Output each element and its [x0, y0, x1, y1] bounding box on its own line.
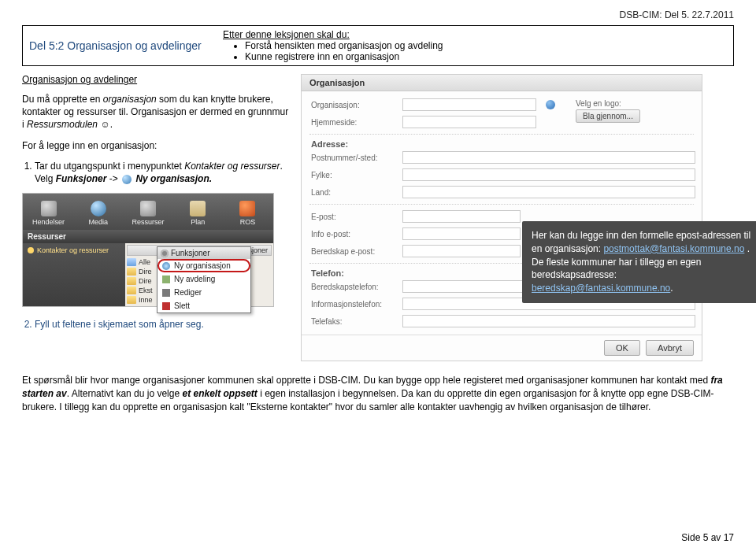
label-organisasjon: Organisasjon:: [311, 101, 398, 109]
text-italic: Kontakter og ressurser: [184, 161, 280, 172]
edit-icon: [162, 289, 170, 297]
input-epost[interactable]: [402, 210, 521, 223]
calendar-icon: [41, 201, 57, 216]
form-tab-organisasjon[interactable]: Organisasjon: [302, 75, 702, 91]
menu-label: Ny organisasjon: [174, 261, 231, 270]
section-title: Organisasjon og avdelinger: [22, 74, 290, 85]
toolbar-ressurser[interactable]: Ressurser: [124, 197, 172, 230]
text: . Alternativt kan du jo velge: [67, 388, 183, 399]
avbryt-button[interactable]: Avbryt: [646, 340, 694, 356]
menu-ny-avdeling[interactable]: Ny avdeling: [158, 272, 250, 286]
text-italic: organisasjon: [103, 94, 157, 105]
input-postnummer[interactable]: [402, 151, 695, 164]
lesson-bullet: Forstå hensikten med organisasjon og avd…: [245, 40, 727, 51]
text: Tar du utgangspunkt i menypunktet: [35, 161, 184, 172]
step-1: Tar du utgangspunkt i menypunktet Kontak…: [35, 160, 290, 185]
text: Du må opprette en: [22, 94, 103, 105]
folder-icon: [127, 277, 136, 285]
app-subheader: Ressurser: [23, 230, 273, 243]
tree-label: Alle: [139, 258, 150, 266]
text-italic: Ressursmodulen: [27, 119, 98, 130]
add-icon: [162, 276, 170, 283]
label-epost: E-post:: [311, 213, 398, 221]
info-icon[interactable]: [546, 100, 555, 109]
browse-button[interactable]: Bla gjennom...: [576, 109, 640, 123]
input-fylke[interactable]: [402, 168, 695, 181]
tree-label: Inne: [139, 296, 153, 304]
folder-icon: [127, 268, 136, 276]
menu-label: Ny avdeling: [174, 275, 215, 283]
right-column: Organisasjon Velg en logo: Bla gjennom..…: [301, 74, 734, 361]
menu-header: Funksjoner: [158, 247, 250, 259]
section-adresse: Adresse:: [302, 138, 702, 149]
epost-tooltip: Her kan du legge inn den formelle epost-…: [522, 221, 756, 303]
toolbar-label: Ressurser: [132, 218, 165, 226]
sidebar-kontakter-ressurser[interactable]: Kontakter og ressurser: [28, 246, 120, 254]
logo-picker: Velg en logo: Bla gjennom...: [576, 98, 694, 123]
delete-icon: [162, 302, 170, 310]
globe-icon: [91, 201, 106, 216]
toolbar-label: Plan: [191, 218, 205, 226]
step-2: Fyll ut feltene i skjemaet som åpner seg…: [35, 318, 290, 331]
globe-icon: [122, 175, 132, 184]
steps-intro: For å legge inn en organisasjon:: [22, 139, 290, 152]
label-fylke: Fylke:: [311, 171, 398, 179]
lesson-bullet: Kunne registrere inn en organisasjon: [245, 51, 727, 62]
text-bolditalic: Ny organisasjon.: [135, 173, 212, 184]
globe-icon: [162, 262, 170, 270]
input-telefaks[interactable]: [402, 315, 695, 327]
input-organisasjon[interactable]: [402, 98, 536, 111]
lesson-intro: Etter denne leksjonen skal du:: [223, 29, 350, 40]
plan-icon: [190, 201, 206, 216]
label-telefaks: Telefaks:: [311, 317, 398, 326]
label-land: Land:: [311, 188, 398, 197]
label-postnummer: Postnummer/-sted:: [311, 153, 398, 162]
organisasjon-form: Organisasjon Velg en logo: Bla gjennom..…: [301, 74, 702, 361]
intro-paragraph: Du må opprette en organisasjon som du ka…: [22, 93, 290, 131]
menu-rediger[interactable]: Rediger: [158, 286, 250, 299]
closing-paragraph: Et spørsmål blir hvor mange organisasjon…: [22, 374, 734, 413]
tooltip-text: .: [670, 283, 673, 294]
left-column: Organisasjon og avdelinger Du må opprett…: [22, 74, 290, 361]
text-bolditalic: Funksjoner: [56, 173, 107, 184]
resources-icon: [140, 201, 156, 216]
label-hjemmeside: Hjemmeside:: [311, 118, 398, 127]
input-land[interactable]: [402, 186, 695, 198]
tooltip-link-beredskap[interactable]: beredskap@fantasi.kommune.no: [532, 283, 670, 294]
app-sidebar: Kontakter og ressurser: [23, 243, 125, 306]
menu-label: Rediger: [174, 288, 202, 297]
label-informasjonstelefon: Informasjonstelefon:: [311, 300, 398, 309]
toolbar-label: ROS: [240, 218, 256, 226]
tooltip-link-postmottak[interactable]: postmottak@fantasi.kommune.no: [603, 243, 744, 254]
tree-label: Dire: [139, 268, 152, 276]
input-info-epost[interactable]: [402, 227, 521, 240]
folder-icon: [127, 296, 136, 304]
app-main: Funksjoner Alle Dire Dire Ekst Inne Funk…: [125, 243, 273, 306]
group-icon: [127, 258, 136, 266]
lesson-box: Del 5:2 Organisasjon og avdelinger Etter…: [22, 25, 734, 66]
logo-label: Velg en logo:: [576, 99, 621, 108]
lesson-goals: Etter denne leksjonen skal du: Forstå he…: [220, 26, 733, 65]
toolbar-hendelser[interactable]: Hendelser: [24, 197, 72, 230]
funksjoner-menu: Funksjoner Ny organisasjon Ny avdeling R…: [157, 246, 251, 313]
tree-label: Dire: [139, 277, 152, 285]
input-beredskap-epost[interactable]: [402, 245, 521, 257]
toolbar-plan[interactable]: Plan: [174, 197, 222, 230]
toolbar-media[interactable]: Media: [74, 197, 122, 230]
tree-label: Ekst: [139, 287, 153, 294]
toolbar-ros[interactable]: ROS: [224, 197, 272, 230]
menu-slett[interactable]: Slett: [158, 299, 250, 312]
label-info-epost: Info e-post:: [311, 230, 398, 239]
sidebar-label: Kontakter og ressurser: [37, 246, 109, 254]
text: ->: [106, 173, 120, 184]
gear-icon: [161, 250, 169, 257]
app-screenshot: Hendelser Media Ressurser Plan ROS Ressu…: [22, 193, 274, 307]
menu-ny-organisasjon[interactable]: Ny organisasjon: [158, 259, 250, 272]
text: Et spørsmål blir hvor mange organisasjon…: [22, 375, 710, 386]
app-toolbar: Hendelser Media Ressurser Plan ROS: [23, 194, 273, 230]
menu-header-label: Funksjoner: [171, 249, 209, 257]
input-hjemmeside[interactable]: [402, 116, 536, 128]
document-header: DSB-CIM: Del 5. 22.7.2011: [22, 9, 734, 20]
ok-button[interactable]: OK: [604, 340, 640, 356]
toolbar-label: Media: [89, 218, 109, 226]
